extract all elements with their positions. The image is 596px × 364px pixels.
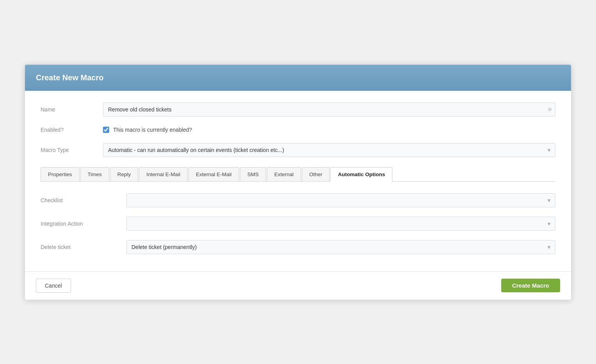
enabled-field-wrap: This macro is currently enabled? (103, 127, 555, 133)
enabled-label: Enabled? (41, 127, 103, 133)
tab-external[interactable]: External (267, 167, 301, 181)
integration-action-field-wrap: ▼ (126, 217, 555, 231)
name-input-container: ≡ (103, 102, 555, 117)
tab-properties[interactable]: Properties (41, 167, 80, 181)
tab-reply[interactable]: Reply (110, 167, 138, 181)
modal-title: Create New Macro (36, 73, 560, 82)
enabled-row: Enabled? This macro is currently enabled… (41, 127, 555, 133)
enabled-checkbox[interactable] (103, 127, 109, 133)
delete-ticket-label: Delete ticket (41, 244, 126, 250)
enabled-checkbox-row: This macro is currently enabled? (103, 127, 555, 133)
create-macro-modal: Create New Macro Name ≡ Enabled? This ma… (25, 65, 571, 300)
name-input-icon: ≡ (548, 106, 552, 113)
checklist-label: Checklist (41, 197, 126, 203)
checklist-field-wrap: ▼ (126, 193, 555, 207)
modal-body: Name ≡ Enabled? This macro is currently … (25, 91, 571, 271)
delete-ticket-field-wrap: Delete ticket (permanently) No Yes ▼ (126, 240, 555, 254)
checklist-row: Checklist ▼ (41, 193, 555, 207)
tab-times[interactable]: Times (80, 167, 109, 181)
macro-type-field-wrap: Automatic - can run automatically on cer… (103, 143, 555, 157)
macro-type-row: Macro Type Automatic - can run automatic… (41, 143, 555, 157)
macro-type-label: Macro Type (41, 147, 103, 153)
macro-type-select-wrap: Automatic - can run automatically on cer… (103, 143, 555, 157)
tab-content-automatic-options: Checklist ▼ Integration Action (41, 182, 555, 271)
tabs-list: Properties Times Reply Internal E-Mail E… (41, 167, 555, 181)
tab-other[interactable]: Other (302, 167, 330, 181)
checklist-select[interactable] (126, 193, 555, 207)
tab-internal-email[interactable]: Internal E-Mail (139, 167, 188, 181)
name-field-wrap: ≡ (103, 102, 555, 117)
integration-action-row: Integration Action ▼ (41, 217, 555, 231)
tab-sms[interactable]: SMS (240, 167, 266, 181)
name-row: Name ≡ (41, 102, 555, 117)
macro-type-select[interactable]: Automatic - can run automatically on cer… (103, 143, 555, 157)
integration-action-label: Integration Action (41, 221, 126, 227)
checklist-select-wrap: ▼ (126, 193, 555, 207)
name-label: Name (41, 106, 103, 113)
integration-action-select-wrap: ▼ (126, 217, 555, 231)
delete-ticket-row: Delete ticket Delete ticket (permanently… (41, 240, 555, 254)
delete-ticket-select-wrap: Delete ticket (permanently) No Yes ▼ (126, 240, 555, 254)
integration-action-select[interactable] (126, 217, 555, 231)
create-macro-button[interactable]: Create Macro (501, 279, 560, 292)
tab-automatic-options[interactable]: Automatic Options (330, 167, 392, 182)
modal-footer: Cancel Create Macro (25, 271, 571, 300)
cancel-button[interactable]: Cancel (36, 279, 71, 293)
enabled-checkbox-label: This macro is currently enabled? (113, 127, 192, 133)
modal-header: Create New Macro (25, 65, 571, 91)
name-input[interactable] (103, 102, 555, 117)
tab-external-email[interactable]: External E-Mail (188, 167, 239, 181)
delete-ticket-select[interactable]: Delete ticket (permanently) No Yes (126, 240, 555, 254)
tabs-section: Properties Times Reply Internal E-Mail E… (41, 167, 555, 182)
